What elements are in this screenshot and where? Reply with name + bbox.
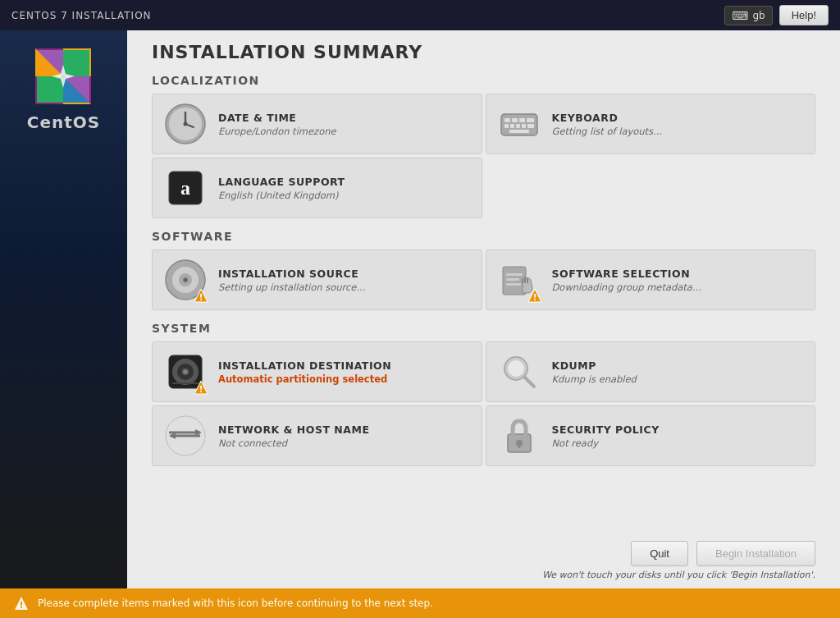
system-grid: ! INSTALLATION DESTINATION Automatic par… xyxy=(152,341,815,466)
keyboard-text: KEYBOARD Getting list of layouts... xyxy=(552,112,663,137)
installation-destination-subtitle: Automatic partitioning selected xyxy=(218,373,391,385)
source-warning-badge: ! xyxy=(194,288,208,303)
installation-destination-title: INSTALLATION DESTINATION xyxy=(218,359,391,372)
date-time-icon xyxy=(164,103,207,145)
centos-logo-icon xyxy=(34,47,93,106)
keyboard-small-icon: ⌨ xyxy=(732,9,748,22)
keyboard-icon xyxy=(498,103,541,145)
date-time-subtitle: Europe/London timezone xyxy=(218,126,336,137)
date-time-title: DATE & TIME xyxy=(218,112,336,124)
svg-marker-14 xyxy=(63,50,89,76)
section-localization: LOCALIZATION xyxy=(152,74,815,87)
svg-marker-11 xyxy=(37,76,63,103)
svg-rect-29 xyxy=(504,124,509,128)
warning-bar-text: Please complete items marked with this i… xyxy=(38,597,433,609)
keyboard-title: KEYBOARD xyxy=(552,112,663,124)
svg-text:a: a xyxy=(180,177,190,199)
centos-logo-text: CentOS xyxy=(27,112,100,132)
date-time-text: DATE & TIME Europe/London timezone xyxy=(218,112,336,137)
svg-point-57 xyxy=(184,370,187,373)
security-subtitle: Not ready xyxy=(552,437,660,449)
warning-bar-icon: ! xyxy=(13,595,30,611)
installation-source-title: INSTALLATION SOURCE xyxy=(218,268,365,280)
begin-installation-button[interactable]: Begin Installation xyxy=(696,541,815,566)
software-grid: ! INSTALLATION SOURCE Setting up install… xyxy=(152,249,815,310)
installation-title: CENTOS 7 INSTALLATION xyxy=(11,10,152,21)
language-text: LANGUAGE SUPPORT English (United Kingdom… xyxy=(218,176,345,201)
svg-rect-27 xyxy=(519,118,525,122)
security-text: SECURITY POLICY Not ready xyxy=(552,423,660,449)
svg-text:!: ! xyxy=(199,385,203,394)
help-button[interactable]: Help! xyxy=(779,5,829,25)
main-layout: CentOS INSTALLATION SUMMARY LOCALIZATION xyxy=(0,30,840,588)
language-subtitle: English (United Kingdom) xyxy=(218,190,345,201)
language-title: LANGUAGE SUPPORT xyxy=(218,176,345,188)
content-area: INSTALLATION SUMMARY LOCALIZATION xyxy=(127,30,840,588)
keyboard-item[interactable]: KEYBOARD Getting list of layouts... xyxy=(486,94,816,154)
software-selection-subtitle: Downloading group metadata... xyxy=(552,282,701,293)
installation-source-item[interactable]: ! INSTALLATION SOURCE Setting up install… xyxy=(152,249,482,310)
svg-rect-28 xyxy=(527,118,534,122)
section-system: SYSTEM xyxy=(152,322,815,335)
network-hostname-item[interactable]: NETWORK & HOST NAME Not connected xyxy=(152,405,482,466)
svg-rect-30 xyxy=(510,124,514,128)
section-software: SOFTWARE xyxy=(152,230,815,243)
software-selection-title: SOFTWARE SELECTION xyxy=(552,268,701,280)
svg-text:!: ! xyxy=(532,293,536,302)
svg-rect-34 xyxy=(509,130,529,133)
software-selection-item[interactable]: ! SOFTWARE SELECTION Downloading group m… xyxy=(486,249,816,310)
svg-point-62 xyxy=(508,360,524,377)
kdump-text: KDUMP Kdump is enabled xyxy=(552,359,637,385)
quit-button[interactable]: Quit xyxy=(631,541,688,566)
software-warning-badge: ! xyxy=(527,288,542,303)
keyboard-lang: gb xyxy=(752,10,765,21)
page-title: INSTALLATION SUMMARY xyxy=(152,42,815,62)
network-subtitle: Not connected xyxy=(218,437,369,449)
installation-source-icon-wrapper: ! xyxy=(164,259,207,301)
installation-source-subtitle: Setting up installation source... xyxy=(218,282,365,293)
software-selection-icon-wrapper: ! xyxy=(498,259,541,301)
installation-destination-text: INSTALLATION DESTINATION Automatic parti… xyxy=(218,359,391,385)
security-policy-item[interactable]: SECURITY POLICY Not ready xyxy=(486,405,816,466)
software-selection-text: SOFTWARE SELECTION Downloading group met… xyxy=(552,268,701,293)
svg-rect-33 xyxy=(527,124,534,128)
footer-area: Quit Begin Installation We won't touch y… xyxy=(127,534,840,588)
sidebar: CentOS xyxy=(0,30,127,588)
kdump-icon xyxy=(498,350,541,393)
footer-buttons: Quit Begin Installation xyxy=(631,541,815,566)
footer-note: We won't touch your disks until you clic… xyxy=(542,570,815,580)
installation-destination-item[interactable]: ! INSTALLATION DESTINATION Automatic par… xyxy=(152,341,482,402)
network-icon xyxy=(164,414,207,457)
date-time-item[interactable]: DATE & TIME Europe/London timezone xyxy=(152,94,482,154)
svg-point-41 xyxy=(185,279,187,282)
svg-rect-25 xyxy=(504,118,510,122)
content-inner: INSTALLATION SUMMARY LOCALIZATION xyxy=(127,30,840,534)
svg-rect-26 xyxy=(512,118,518,122)
security-title: SECURITY POLICY xyxy=(552,423,660,436)
installation-source-text: INSTALLATION SOURCE Setting up installat… xyxy=(218,268,365,293)
kdump-subtitle: Kdump is enabled xyxy=(552,373,637,385)
svg-rect-46 xyxy=(506,278,519,281)
warning-bar: ! Please complete items marked with this… xyxy=(0,588,840,618)
top-header: CENTOS 7 INSTALLATION ⌨ gb Help! xyxy=(0,0,840,30)
network-title: NETWORK & HOST NAME xyxy=(218,423,369,436)
svg-rect-32 xyxy=(522,124,526,128)
security-icon xyxy=(498,414,541,457)
svg-rect-45 xyxy=(506,273,523,276)
keyboard-indicator[interactable]: ⌨ gb xyxy=(724,6,772,25)
destination-warning-badge: ! xyxy=(194,380,208,395)
installation-destination-icon-wrapper: ! xyxy=(164,350,207,393)
svg-line-63 xyxy=(524,377,534,387)
network-text: NETWORK & HOST NAME Not connected xyxy=(218,423,369,449)
kdump-title: KDUMP xyxy=(552,359,637,372)
svg-text:!: ! xyxy=(199,293,203,302)
svg-point-23 xyxy=(184,122,188,126)
language-support-item[interactable]: a LANGUAGE SUPPORT English (United Kingd… xyxy=(152,158,482,218)
language-icon: a xyxy=(164,167,207,209)
centos-logo: CentOS xyxy=(27,47,100,132)
svg-text:!: ! xyxy=(19,600,23,611)
kdump-item[interactable]: KDUMP Kdump is enabled xyxy=(486,341,816,402)
keyboard-subtitle: Getting list of layouts... xyxy=(552,126,663,137)
svg-rect-31 xyxy=(516,124,520,128)
localization-grid: DATE & TIME Europe/London timezone xyxy=(152,94,815,218)
